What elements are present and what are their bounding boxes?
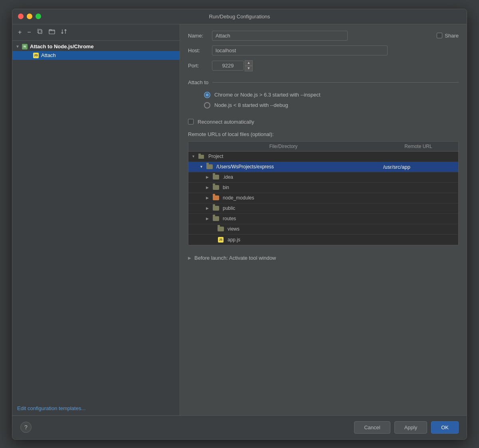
ok-button[interactable]: OK xyxy=(431,421,459,434)
edit-templates-link[interactable]: Edit configuration templates... xyxy=(12,401,180,415)
radio-label-2: Node.js < 8 started with --debug xyxy=(214,102,288,108)
attach-to-label: Attach to xyxy=(188,79,208,85)
port-increment-button[interactable]: ▲ xyxy=(245,60,253,66)
maximize-button[interactable] xyxy=(36,14,41,19)
table-row[interactable]: ▼ Project xyxy=(188,152,458,162)
tree-selected-item[interactable]: JS Attach xyxy=(12,51,180,60)
name-label: Name: xyxy=(188,33,212,39)
dialog-title: Run/Debug Configurations xyxy=(209,14,270,20)
help-button[interactable]: ? xyxy=(20,422,32,433)
sort-button[interactable] xyxy=(59,28,69,37)
attach-to-section: Attach to xyxy=(188,79,459,85)
express-remote: /usr/src/app xyxy=(378,163,458,171)
toolbar: + − xyxy=(12,24,180,41)
bin-folder-icon xyxy=(212,184,220,191)
express-arrow-icon: ▼ xyxy=(200,165,204,169)
remote-urls-table: File/Directory Remote URL ▼ Project xyxy=(188,141,459,245)
idea-folder-icon xyxy=(212,174,220,180)
routes-cell: ▶ routes xyxy=(188,214,378,223)
share-label: Share xyxy=(445,33,459,39)
node-modules-folder-icon xyxy=(212,195,220,201)
table-row[interactable]: ▼ /Users/WsProjects/express /usr/src/app xyxy=(188,162,458,172)
table-row[interactable]: views xyxy=(188,224,458,235)
cancel-button[interactable]: Cancel xyxy=(354,421,390,434)
node-modules-cell: ▶ node_modules xyxy=(188,193,378,202)
port-row: Port: ▲ ▼ xyxy=(188,60,459,71)
project-icon xyxy=(198,153,205,160)
node-group-icon: N xyxy=(21,43,28,50)
run-debug-configurations-dialog: Run/Debug Configurations + − xyxy=(12,9,467,440)
bin-cell: ▶ bin xyxy=(188,183,378,192)
table-row[interactable]: ▶ node_modules xyxy=(188,193,458,203)
before-launch-arrow-icon: ▶ xyxy=(188,256,191,260)
appjs-label: app.js xyxy=(228,237,240,243)
port-label: Port: xyxy=(188,63,212,69)
radio-circle-1 xyxy=(204,92,210,98)
node-modules-arrow-icon: ▶ xyxy=(206,196,211,200)
table-row[interactable]: ▶ bin xyxy=(188,183,458,193)
views-remote xyxy=(378,228,458,230)
apply-button[interactable]: Apply xyxy=(394,421,428,434)
svg-rect-3 xyxy=(198,155,204,159)
folder-button[interactable] xyxy=(47,28,57,37)
group-arrow-icon: ▼ xyxy=(16,44,21,49)
idea-cell: ▶ .idea xyxy=(188,173,378,182)
table-row[interactable]: ▶ .idea xyxy=(188,172,458,183)
radio-label-1: Chrome or Node.js > 6.3 started with --i… xyxy=(214,92,321,98)
copy-config-button[interactable] xyxy=(35,28,45,37)
views-label: views xyxy=(228,226,240,232)
public-arrow-icon: ▶ xyxy=(206,206,211,210)
col-file-dir: File/Directory xyxy=(188,142,378,151)
public-folder-icon xyxy=(212,205,220,211)
svg-rect-0 xyxy=(38,30,42,34)
minimize-button[interactable] xyxy=(27,14,32,19)
tree-group-item[interactable]: ▼ N Attach to Node.js/Chrome xyxy=(12,42,180,51)
add-config-button[interactable]: + xyxy=(16,28,23,37)
share-checkbox[interactable] xyxy=(437,33,442,38)
bin-arrow-icon: ▶ xyxy=(206,186,211,189)
radio-item-2[interactable]: Node.js < 8 started with --debug xyxy=(204,102,459,109)
routes-remote xyxy=(378,217,458,220)
bin-remote xyxy=(378,186,458,189)
express-folder-icon xyxy=(206,164,213,170)
public-remote xyxy=(378,207,458,209)
radio-circle-2 xyxy=(204,102,210,109)
svg-rect-1 xyxy=(38,29,41,33)
table-row[interactable]: JS app.js xyxy=(188,235,458,245)
config-tree: ▼ N Attach to Node.js/Chrome JS Attach xyxy=(12,41,180,401)
table-row[interactable]: ▶ routes xyxy=(188,214,458,224)
project-arrow-icon: ▼ xyxy=(192,154,196,158)
host-input[interactable] xyxy=(212,45,388,55)
remove-config-button[interactable]: − xyxy=(26,28,32,37)
right-panel: Name: Share Host: Port: ▲ ▼ xyxy=(180,24,467,415)
col-remote-url: Remote URL xyxy=(378,142,458,151)
radio-group: Chrome or Node.js > 6.3 started with --i… xyxy=(188,92,459,112)
before-launch-label: Before launch: Activate tool window xyxy=(194,255,276,261)
tree-group-label: Attach to Node.js/Chrome xyxy=(30,43,94,49)
express-label: /Users/WsProjects/express xyxy=(216,164,274,170)
name-input[interactable] xyxy=(212,31,348,41)
port-input[interactable] xyxy=(212,61,244,71)
idea-remote xyxy=(378,176,458,178)
project-cell: ▼ Project xyxy=(188,152,378,161)
before-launch-section[interactable]: ▶ Before launch: Activate tool window xyxy=(188,252,459,264)
reconnect-label: Reconnect automatically xyxy=(198,119,254,125)
port-decrement-button[interactable]: ▼ xyxy=(245,66,253,71)
share-row: Share xyxy=(437,33,459,39)
project-label: Project xyxy=(208,154,223,159)
node-modules-remote xyxy=(378,197,458,199)
project-remote xyxy=(378,155,458,158)
idea-arrow-icon: ▶ xyxy=(206,175,211,179)
remote-urls-label: Remote URLs of local files (optional): xyxy=(188,131,459,137)
table-header: File/Directory Remote URL xyxy=(188,142,458,152)
name-row: Name: Share xyxy=(188,31,459,41)
views-folder-icon xyxy=(217,226,224,232)
section-divider-line xyxy=(212,82,459,83)
routes-arrow-icon: ▶ xyxy=(206,217,211,221)
reconnect-checkbox[interactable] xyxy=(188,119,194,124)
close-button[interactable] xyxy=(18,14,24,19)
radio-item-1[interactable]: Chrome or Node.js > 6.3 started with --i… xyxy=(204,92,459,98)
express-cell: ▼ /Users/WsProjects/express xyxy=(188,162,378,171)
reconnect-row: Reconnect automatically xyxy=(188,119,459,125)
table-row[interactable]: ▶ public xyxy=(188,203,458,214)
